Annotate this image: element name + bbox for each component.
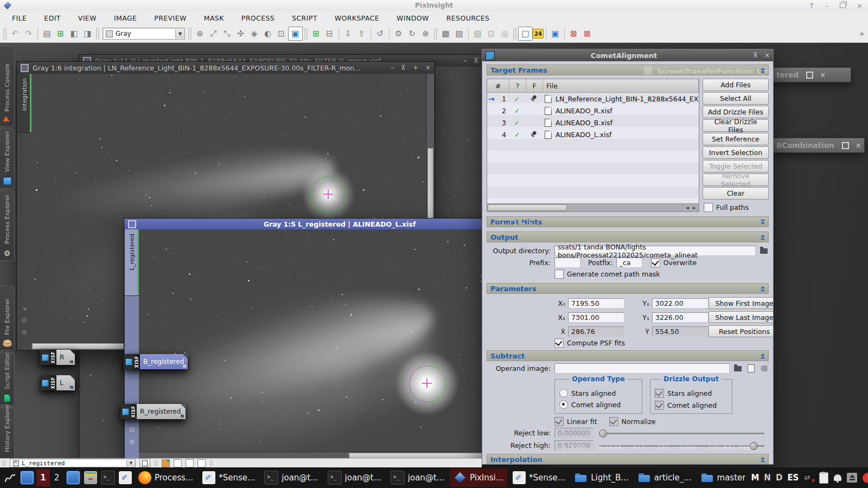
menu-window[interactable]: WINDOW — [388, 14, 438, 22]
process-gear-icon[interactable]: ⚙ — [392, 27, 405, 40]
screen-clear-icon[interactable]: ⊠ — [580, 27, 594, 40]
stf-24bit-icon[interactable]: 24 — [533, 29, 544, 38]
toolbar-handle[interactable] — [154, 460, 158, 466]
enabled-check-icon[interactable]: ✓ — [509, 117, 525, 129]
color-space-select[interactable]: Gray▼ — [103, 28, 185, 40]
mask-enable-icon[interactable]: ▩ — [439, 27, 452, 40]
reset-icon[interactable]: ↺ — [373, 27, 387, 40]
menu-mask[interactable]: MASK — [195, 14, 233, 22]
comet-aligned-radio[interactable] — [559, 400, 568, 409]
launcher-terminal[interactable] — [100, 470, 116, 486]
restore-icon[interactable] — [806, 72, 813, 79]
zoom-out-fit-icon[interactable]: ⤢ — [207, 27, 220, 40]
tray-n[interactable]: N — [764, 473, 771, 483]
col-header-2[interactable]: F — [526, 79, 543, 92]
task-sense[interactable]: *Sense... — [199, 468, 259, 487]
menu-process[interactable]: PROCESS — [233, 14, 283, 22]
enabled-check-icon[interactable]: ✓ — [509, 93, 525, 105]
toolbar-handle[interactable] — [188, 28, 192, 40]
window-close-icon[interactable]: × — [857, 2, 863, 10]
window-titlebar[interactable]: Gray 1:5 L_registered | ALINEADO_L.xisf — [124, 219, 543, 229]
close-icon[interactable]: × — [820, 70, 826, 79]
sidebar-tab-console[interactable]: Process Console — [0, 46, 15, 127]
image-window-l-registered[interactable]: Gray 1:5 L_registered | ALINEADO_L.xisf … — [124, 218, 544, 460]
fixed-pin-icon[interactable] — [525, 105, 541, 117]
edit-instance-icon[interactable]: ⊟ — [323, 27, 336, 40]
window-minimize-icon[interactable]: – — [826, 2, 829, 10]
fit-window-icon[interactable]: ✣ — [234, 27, 247, 40]
prefix-field[interactable] — [554, 258, 580, 268]
removable-media-icon[interactable] — [847, 473, 857, 483]
section-interpolation[interactable]: Interpolation — [487, 454, 769, 464]
y-field[interactable]: 3022.00 — [652, 298, 709, 309]
clear-operand-icon[interactable] — [759, 364, 769, 373]
clear-button[interactable]: Clear — [703, 187, 769, 200]
iconized-view-b-registered[interactable]: XISF B_registeredN — [124, 354, 188, 369]
shade-icon[interactable]: ⊼ — [753, 52, 758, 59]
toolbar-overflow-icon[interactable]: » — [859, 29, 864, 38]
screen-reset-icon[interactable]: ⊠ — [567, 27, 580, 40]
clear-drizzle-files-button[interactable]: Clear Drizzle Files — [703, 119, 769, 132]
iconized-view-l[interactable]: XISF LN — [40, 375, 75, 390]
iconized-view-r-registered[interactable]: XISF R_registeredN — [120, 404, 186, 419]
workspace-thumb-1[interactable] — [162, 459, 170, 467]
half-view-icon[interactable]: ◐ — [261, 27, 275, 40]
workspace-thumb-3[interactable] — [186, 459, 194, 467]
table-row[interactable]: →1✓LN_Reference_Light_BIN-1_8288x5644_EX… — [487, 93, 699, 105]
close-icon[interactable]: × — [425, 64, 431, 72]
task-process[interactable]: Process... — [135, 468, 197, 487]
save-icon[interactable]: ⇩ — [341, 27, 355, 40]
clipboard-icon[interactable] — [819, 472, 828, 484]
sidebar-tab-script[interactable]: Script Editor — [0, 352, 15, 406]
new-workspace-button[interactable] — [139, 459, 150, 467]
mask-select-icon[interactable]: ⊡ — [484, 27, 498, 40]
select-mode-icon[interactable]: ⊡ — [275, 27, 288, 40]
collapse-icon[interactable] — [761, 286, 765, 291]
menu-file[interactable]: FILE — [3, 14, 35, 22]
output-directory-field[interactable]: ssats/1 tanda BONA/lights bons/Processat… — [554, 246, 756, 256]
menu-workspace[interactable]: WORKSPACE — [326, 14, 388, 22]
scroll-left-icon[interactable]: ◂ — [686, 205, 689, 210]
toolbar-handle[interactable] — [209, 460, 213, 466]
collapse-icon[interactable] — [761, 235, 765, 240]
fixed-pin-icon[interactable] — [525, 129, 541, 140]
lrgb-window-fragment[interactable]: BCombination × — [773, 138, 865, 153]
menu-script[interactable]: SCRIPT — [283, 14, 326, 22]
toolbar-handle[interactable] — [304, 28, 308, 40]
shade-icon[interactable]: ⊼ — [474, 57, 478, 65]
redo-icon[interactable]: ↷ — [22, 27, 35, 40]
undo-icon[interactable]: ↶ — [8, 27, 22, 40]
comet-path-mask-checkbox[interactable] — [554, 269, 564, 279]
center-view-icon[interactable]: ◎ — [129, 438, 135, 445]
toolbar-handle[interactable] — [3, 28, 7, 40]
workspace-1[interactable]: 1 — [36, 469, 50, 486]
app-menu-icon[interactable] — [2, 470, 17, 486]
fixed-pin-icon[interactable] — [525, 93, 541, 105]
reject-low-field[interactable]: 0.000000 — [554, 428, 593, 438]
set-reference-button[interactable]: Set Reference — [703, 133, 769, 145]
table-row[interactable]: 2✓ALINEADO_R.xisf — [487, 105, 699, 117]
section-output[interactable]: Output — [487, 232, 769, 242]
center-view-icon[interactable]: ◎ — [22, 329, 27, 336]
window-titlebar[interactable]: Gray 1:6 integration | LN_Reference_Ligh… — [17, 62, 435, 74]
fit-view-icon[interactable]: ⊡ — [129, 426, 134, 433]
col-header-0[interactable]: # — [487, 79, 509, 92]
cancel-process-icon[interactable]: ⊗ — [419, 27, 432, 40]
browse-folder-icon[interactable] — [759, 247, 769, 255]
pan-mode-icon[interactable]: ◈ — [247, 27, 261, 40]
enabled-check-icon[interactable]: ✓ — [509, 129, 525, 140]
scroll-right-icon[interactable]: ▸ — [693, 205, 695, 210]
task-joant[interactable]: joan@t... — [260, 468, 322, 487]
y-field[interactable]: 554.50 — [652, 326, 709, 337]
alert-icon[interactable] — [863, 473, 868, 483]
menu-resources[interactable]: RESOURCES — [438, 14, 499, 22]
view-tab-integration[interactable]: integration — [17, 74, 31, 133]
display-image-icon[interactable]: ▣ — [288, 27, 303, 41]
refresh-icon[interactable]: ↻ — [405, 27, 419, 40]
section-parameters[interactable]: Parameters — [487, 283, 769, 294]
enabled-check-icon[interactable]: ✓ — [509, 105, 525, 117]
sync-disabled-icon[interactable] — [804, 473, 814, 482]
restore-icon[interactable] — [842, 142, 849, 149]
mask-invert-icon[interactable]: ▨ — [452, 27, 466, 40]
linear-fit-checkbox[interactable] — [554, 417, 564, 426]
